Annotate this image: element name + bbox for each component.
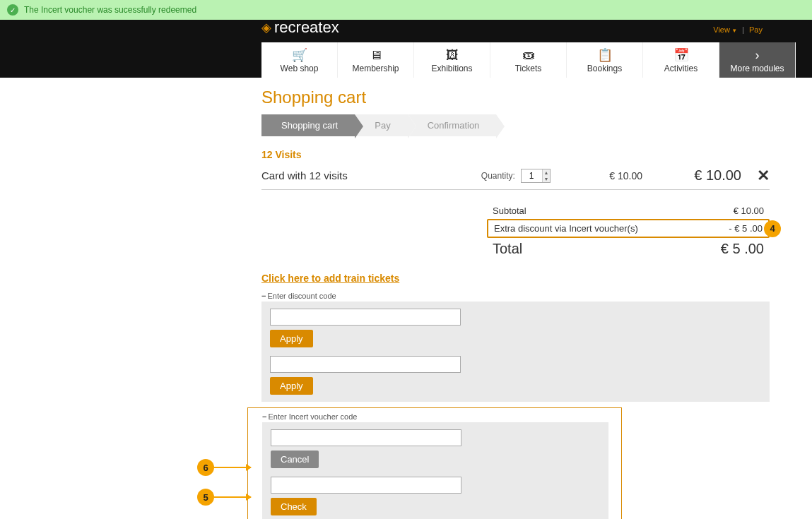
caret-down-icon: ▼ [730,28,737,34]
logo[interactable]: ◈ recreatex [261,18,339,37]
subtotal-value: € 10.00 [734,205,764,216]
cart-item-header: 12 Visits [261,149,770,160]
discount-row-highlight: Extra discount via Incert voucher(s) - €… [487,219,770,238]
qty-group: Quantity: ▲ ▼ [481,169,551,183]
totals-block: Subtotal € 10.00 Extra discount via Ince… [487,203,770,260]
nav-more-modules[interactable]: ›More modules [719,42,796,78]
nav-webshop[interactable]: 🛒Web shop [261,42,338,78]
total-label: Total [493,241,522,257]
apply-button-1[interactable]: Apply [270,330,313,347]
subtotal-label: Subtotal [493,205,526,216]
remove-item-button[interactable]: ✕ [741,168,770,184]
callout-5: 5 [197,489,214,506]
cart-icon: 🛒 [261,48,337,62]
pay-link[interactable]: Pay [749,25,763,34]
chevron-right-icon: › [719,48,795,62]
nav-membership[interactable]: 🖥Membership [338,42,414,78]
arrow-5 [214,496,251,498]
incert-voucher-input[interactable] [271,477,461,494]
subtotal-row: Subtotal € 10.00 [487,203,770,219]
apply-button-2[interactable]: Apply [270,377,313,395]
topbar: ◈ recreatex View ▼ | Pay [0,20,812,42]
incert-annotation-box: −Enter Incert voucher code Cancel Check … [247,407,622,519]
qty-label: Quantity: [481,171,515,181]
unit-price: € 10.00 [551,170,642,181]
logo-text: recreatex [274,18,339,37]
logo-icon: ◈ [261,20,271,35]
train-tickets-link[interactable]: Click here to add train tickets [261,273,399,284]
minus-icon: − [261,292,266,300]
discount-code-input-2[interactable] [270,356,461,373]
total-row: Total € 5 .00 [487,238,770,260]
line-total: € 10.00 [642,167,741,184]
check-icon: ✓ [7,4,18,16]
incert-redeemed-input [271,429,461,446]
monitor-icon: 🖥 [338,48,413,62]
progress-steps: Shopping cart Pay Confirmation [261,114,770,136]
ticket-icon: 🎟 [490,48,566,62]
success-message: The Incert voucher was sucessfully redee… [24,5,196,15]
check-button[interactable]: Check [271,498,317,515]
discount-code-input-1[interactable] [270,309,461,326]
nav: 🛒Web shop 🖥Membership 🖼Exhibitions 🎟Tick… [261,42,805,78]
step-cart[interactable]: Shopping cart [261,114,355,136]
main-content: Shopping cart Shopping cart Pay Confirma… [0,78,812,519]
qty-down[interactable]: ▼ [542,176,550,182]
callout-4: 4 [764,220,781,237]
cart-section: 12 Visits Card with 12 visits Quantity: … [261,149,770,190]
cart-row: Card with 12 visits Quantity: ▲ ▼ € 10.0… [261,165,770,190]
discount-section-body: Apply Apply [261,302,770,402]
page-title: Shopping cart [261,88,770,107]
discount-label: Extra discount via Incert voucher(s) [494,223,638,234]
separator: | [742,25,744,34]
nav-tickets[interactable]: 🎟Tickets [490,42,567,78]
total-value: € 5 .00 [721,241,764,257]
callout-6: 6 [197,459,214,476]
success-banner: ✓ The Incert voucher was sucessfully red… [0,0,812,20]
nav-exhibitions[interactable]: 🖼Exhibitions [414,42,490,78]
step-confirmation[interactable]: Confirmation [408,114,497,136]
discount-value: - € 5 .00 [729,223,763,234]
topbar-links: View ▼ | Pay [713,25,763,34]
calendar-icon: 📅 [643,48,719,62]
incert-section-toggle[interactable]: −Enter Incert voucher code [262,411,621,422]
image-icon: 🖼 [414,48,490,62]
cancel-button[interactable]: Cancel [271,451,319,468]
nav-container: 🛒Web shop 🖥Membership 🖼Exhibitions 🎟Tick… [0,42,812,78]
view-link[interactable]: View [713,25,730,34]
discount-section-toggle[interactable]: −Enter discount code [261,290,770,302]
incert-section-body: Cancel Check [262,422,608,519]
discount-code-section: −Enter discount code Apply Apply [261,290,770,402]
arrow-6 [214,467,251,468]
minus-icon: − [262,412,266,421]
cart-item-desc: Card with 12 visits [261,169,481,181]
nav-bookings[interactable]: 📋Bookings [567,42,643,78]
qty-up[interactable]: ▲ [542,169,550,176]
clipboard-icon: 📋 [567,48,642,62]
nav-activities[interactable]: 📅Activities [643,42,719,78]
